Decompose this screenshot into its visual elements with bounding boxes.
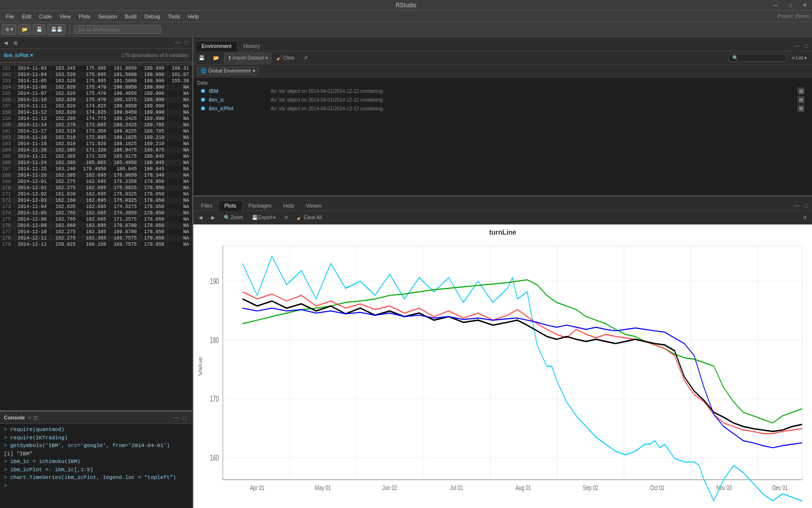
view-ibm-icplot-button[interactable]: ⊞ <box>798 105 804 112</box>
table-cell: 163.520 <box>51 78 79 84</box>
table-cell: 178.050 <box>140 197 168 204</box>
minimize-env-icon[interactable]: — <box>794 42 801 50</box>
table-row: 1522014-11-04163.520175.995191.5600189.9… <box>0 72 192 78</box>
menu-help[interactable]: Help <box>184 13 203 20</box>
table-cell: 2014-11-18 <box>14 134 51 141</box>
console-line-2: > require(IKTrading) <box>4 434 188 442</box>
table-cell: NA <box>168 191 192 197</box>
go-to-file-input[interactable] <box>74 25 161 34</box>
new-file-button[interactable]: ⊕ ▾ <box>2 24 16 35</box>
env-row-ibm-icplot: ibm_icPlot An 'xts' object on 2014-04-01… <box>193 104 812 113</box>
table-row: 1582014-11-12162.820174.825189.6450189.9… <box>0 109 192 116</box>
import-dataset-button[interactable]: ⬆ Import Dataset ▾ <box>224 53 271 63</box>
table-cell: 2014-11-05 <box>14 78 51 84</box>
table-cell: 189.785 <box>140 122 168 128</box>
menu-session[interactable]: Session <box>94 13 121 20</box>
clear-icon: 🧹 <box>276 55 282 60</box>
remove-plot-button[interactable]: ✕ <box>281 212 291 223</box>
tab-files[interactable]: Files <box>195 201 218 210</box>
table-cell: 162.160 <box>51 197 79 204</box>
project-label: Project: (None) <box>778 14 810 19</box>
menu-file[interactable]: File <box>2 13 18 20</box>
plots-tab-bar: Files Plots Packages Help Viewer — □ <box>193 196 812 211</box>
table-cell: 188.1825 <box>109 134 140 141</box>
table-cell: 173.350 <box>79 128 109 134</box>
data-table-scroll[interactable]: 1512014-11-03163.345175.995191.8050189.9… <box>0 62 192 410</box>
table-row: 1532014-11-05163.520175.995191.5600189.9… <box>0 78 192 84</box>
top-right-panel: Environment History — □ 💾 📂 ⬆ Import Dat… <box>193 37 812 196</box>
view-ibm-ic-button[interactable]: ⊞ <box>798 96 804 103</box>
menu-build[interactable]: Build <box>121 13 140 20</box>
minimize-console-icon[interactable]: — <box>172 414 180 421</box>
export-arrow: ▾ <box>273 215 276 220</box>
tab-packages[interactable]: Packages <box>243 201 277 210</box>
view-ibm-button[interactable]: ⊞ <box>798 88 804 94</box>
menu-view[interactable]: View <box>56 13 75 20</box>
env-save-button[interactable]: 💾 <box>195 53 208 63</box>
minimize-data-icon[interactable]: — <box>174 39 182 46</box>
table-row: 1662014-11-24162.385165.065185.4950186.8… <box>0 160 192 166</box>
tab-viewer[interactable]: Viewer <box>300 201 328 210</box>
table-cell: 190.8950 <box>109 84 140 90</box>
list-view-button[interactable]: ≡ List ▾ <box>789 53 810 63</box>
svg-text:190: 190 <box>210 277 219 286</box>
env-name-ibm-icplot[interactable]: ibm_icPlot <box>209 105 267 111</box>
table-cell: 161.07 <box>168 72 192 78</box>
global-env-label: Global Environment <box>208 68 251 74</box>
env-open-button[interactable]: 📂 <box>210 53 222 63</box>
console-line-6: > ibm_icPlot <- ibm_ic[,1:5] <box>4 466 188 474</box>
table-cell: 2014-11-26 <box>14 172 51 179</box>
tab-environment[interactable]: Environment <box>195 41 238 51</box>
menu-edit[interactable]: Edit <box>18 13 35 20</box>
table-cell: 159.925 <box>51 241 79 248</box>
zoom-button[interactable]: 🔍 Zoom <box>220 212 246 223</box>
tab-help[interactable]: Help <box>277 201 300 210</box>
table-row: 1792014-12-12159.925160.150169.7575178.0… <box>0 241 192 248</box>
clear-env-button[interactable]: 🧹 Clear <box>273 53 298 63</box>
env-search-input[interactable] <box>729 54 787 62</box>
svg-text:Dec 01: Dec 01 <box>772 484 788 492</box>
menu-debug[interactable]: Debug <box>141 13 164 20</box>
menu-code[interactable]: Code <box>35 13 56 20</box>
console-input-line[interactable]: > <box>4 482 188 490</box>
table-cell: 189.990 <box>140 116 168 122</box>
close-button[interactable]: ✕ <box>798 0 812 10</box>
data-table-icon[interactable]: ⊞ <box>12 39 19 46</box>
save-all-button[interactable]: 💾💾 <box>47 24 66 35</box>
table-cell: 178.340 <box>140 172 168 179</box>
plots-refresh-button[interactable]: ↺ <box>799 212 810 223</box>
maximize-data-icon[interactable]: □ <box>183 39 190 46</box>
open-file-button[interactable]: 📂 <box>18 24 31 35</box>
save-button[interactable]: 💾 <box>33 24 45 35</box>
chart-area: turnLine turnLine ▲ baseLine <box>193 224 812 508</box>
menu-plots[interactable]: Plots <box>75 13 94 20</box>
tab-plots[interactable]: Plots <box>218 200 242 211</box>
table-cell: 178.050 <box>140 223 168 229</box>
global-env-select[interactable]: 🌐 Global Environment ▾ <box>197 67 259 75</box>
table-cell: 2014-11-25 <box>14 166 51 172</box>
tab-history[interactable]: History <box>238 41 266 51</box>
refresh-env-button[interactable]: ↺ <box>300 53 311 63</box>
table-cell: 175.995 <box>79 65 109 72</box>
maximize-plots-icon[interactable]: □ <box>802 202 810 209</box>
plots-next-button[interactable]: ▶ <box>208 212 218 223</box>
clear-all-button[interactable]: 🧹 Clear All <box>293 212 325 223</box>
minimize-button[interactable]: — <box>768 0 783 10</box>
env-name-ibm-ic[interactable]: ibm_ic <box>209 97 267 103</box>
file-tab[interactable]: ibm_icPlot ✕ <box>4 53 33 58</box>
maximize-env-icon[interactable]: □ <box>802 42 810 50</box>
env-name-ibm[interactable]: IBM <box>209 88 267 94</box>
svg-text:Oct 01: Oct 01 <box>650 484 665 492</box>
table-cell: 178.050 <box>140 191 168 197</box>
table-cell: 162.275 <box>51 229 79 235</box>
table-cell: 189.990 <box>140 97 168 103</box>
minimize-plots-icon[interactable]: — <box>794 202 801 209</box>
maximize-button[interactable]: □ <box>783 0 798 10</box>
export-button[interactable]: 💾 Export ▾ <box>248 212 279 223</box>
maximize-console-icon[interactable]: □ <box>181 414 188 421</box>
time-series-chart: 190 180 170 160 Value Apr 01 May 01 Jun … <box>193 224 812 508</box>
table-cell: 186.845 <box>109 166 140 172</box>
menu-tools[interactable]: Tools <box>164 13 184 20</box>
data-left-arrow[interactable]: ◀ <box>2 39 10 46</box>
plots-prev-button[interactable]: ◀ <box>195 212 206 223</box>
